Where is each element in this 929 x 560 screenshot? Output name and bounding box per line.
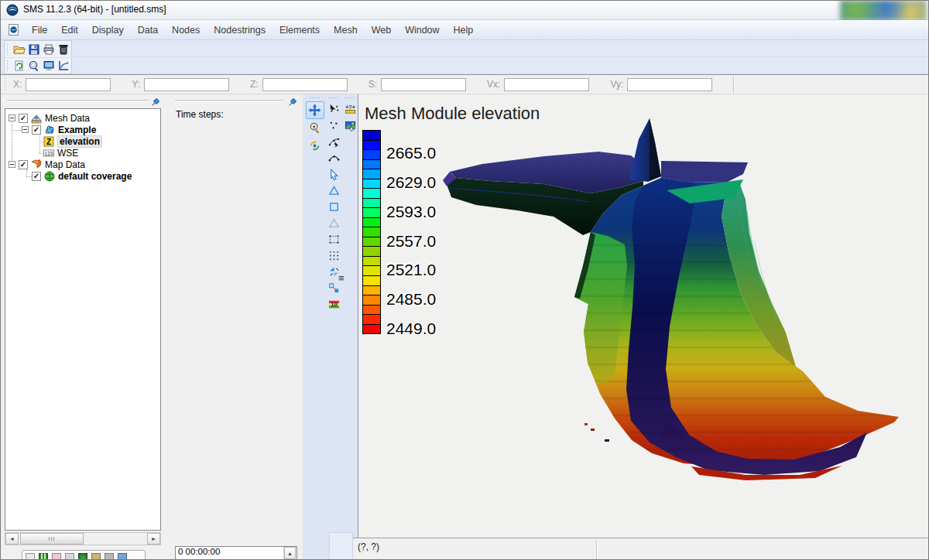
tree-checkbox[interactable]: ✓ [32, 125, 41, 135]
tree-item-label: Mesh Data [45, 113, 90, 124]
tree-expand-toggle[interactable] [9, 161, 15, 168]
print-button[interactable] [41, 42, 56, 56]
tree-panel-grip[interactable] [7, 100, 148, 102]
scroll-right-button[interactable]: ► [147, 533, 160, 545]
menu-nodestrings[interactable]: Nodestrings [207, 22, 273, 39]
module-icon[interactable] [52, 553, 61, 560]
legend-color-segment [363, 256, 380, 266]
x-field[interactable] [26, 78, 111, 91]
select-nodestring-tool-button[interactable] [326, 134, 341, 150]
misc-toolbar: +?+ [342, 94, 358, 134]
tree-item-default-coverage[interactable]: ✓default coverage [5, 170, 160, 182]
legend-color-segment [363, 227, 380, 237]
tree-item-map-data[interactable]: ✓Map Data [5, 159, 160, 170]
coordbar-divider [733, 77, 735, 92]
delete-button[interactable] [56, 42, 70, 56]
tree-expand-toggle[interactable] [22, 126, 29, 133]
scroll-up-button[interactable]: ▲ [284, 547, 296, 559]
save-button[interactable] [26, 42, 41, 56]
coord-label: X: [13, 79, 22, 90]
create-triangle-element-tool-button[interactable] [326, 183, 341, 199]
svg-text:+?+: +?+ [345, 104, 355, 110]
scroll-left-button[interactable]: ◄ [5, 533, 19, 545]
select-grid-tool-button[interactable] [326, 248, 341, 264]
tree-item-wse[interactable]: 123WSE [5, 147, 160, 159]
toolbar-grip[interactable] [327, 97, 340, 100]
z-dataset-icon: Z [43, 135, 55, 148]
legend-title: Mesh Module elevation [365, 104, 540, 124]
legend-color-segment [363, 314, 380, 324]
tree-item-example[interactable]: ✓Example [5, 124, 160, 135]
time-panel-grip[interactable] [175, 100, 283, 102]
module-icon[interactable] [26, 553, 35, 560]
mesh-example-icon [43, 124, 56, 136]
module-icon[interactable] [118, 553, 127, 560]
map-data-icon [30, 159, 43, 171]
select-mesh-node-tool-button[interactable] [326, 101, 341, 118]
tree-item-label: Example [58, 125, 96, 135]
rotate-tool-button[interactable] [306, 137, 324, 155]
y-field[interactable] [144, 78, 229, 91]
cursor-coordinates: (?, ?) [358, 541, 379, 552]
menu-web[interactable]: Web [365, 22, 398, 39]
time-step-item[interactable]: 0 00:00:00 [176, 547, 297, 558]
menu-display[interactable]: Display [85, 22, 131, 39]
open-button[interactable] [12, 42, 26, 56]
time-list-scrollbar: ▲ ▼ [283, 547, 297, 560]
menu-edit[interactable]: Edit [54, 22, 85, 39]
menu-nodes[interactable]: Nodes [165, 22, 207, 39]
svg-text:10: 10 [331, 301, 337, 308]
select-by-region-tool-button[interactable] [326, 231, 341, 248]
toolbar-grip[interactable] [309, 97, 321, 100]
toolbar-grip[interactable] [6, 60, 9, 72]
module-icon[interactable] [78, 553, 87, 560]
tree-checkbox[interactable]: ✓ [19, 114, 28, 123]
toolbar-grip[interactable] [344, 97, 356, 100]
menu-window[interactable]: Window [398, 22, 446, 39]
refresh-button[interactable] [12, 59, 26, 73]
app-icon [6, 4, 19, 16]
module-icon[interactable] [65, 553, 74, 560]
vx-field[interactable] [504, 78, 589, 91]
tree-expand-toggle[interactable] [9, 114, 15, 121]
tree-checkbox[interactable]: ✓ [32, 172, 41, 181]
measure-tool-button[interactable]: +?+ [342, 101, 358, 118]
create-element-disabled-tool-button[interactable] [326, 215, 341, 231]
toolbar-grip[interactable] [6, 43, 9, 56]
menu-file[interactable]: File [25, 22, 54, 39]
toolbar-overflow-button[interactable]: ≡ [338, 272, 345, 284]
frame-image-button[interactable] [26, 59, 41, 73]
legend-value-label: 2557.0 [386, 232, 436, 251]
menu-mesh[interactable]: Mesh [327, 22, 365, 39]
tree-checkbox[interactable]: ✓ [19, 160, 28, 169]
svg-text:123: 123 [45, 150, 53, 155]
menu-elements[interactable]: Elements [273, 22, 327, 39]
graphics-viewport[interactable]: Mesh Module elevation 2665.02629.02593.0… [358, 94, 929, 538]
contour-options-tool-button[interactable]: 10 [326, 296, 341, 312]
module-icon[interactable] [39, 553, 48, 560]
coordbar-grip[interactable] [4, 77, 7, 91]
time-panel-pin-icon[interactable] [288, 96, 298, 106]
tree-item-mesh-data[interactable]: ✓Mesh Data [5, 112, 160, 124]
pan-tool-button[interactable] [306, 101, 324, 119]
menu-help[interactable]: Help [447, 22, 481, 39]
s-field[interactable] [381, 78, 466, 91]
screen-capture-button[interactable] [41, 59, 56, 73]
create-nodestring-tool-button[interactable] [326, 150, 341, 166]
coord-label: Vy: [610, 79, 623, 90]
vy-field[interactable] [627, 78, 712, 91]
create-mesh-node-tool-button[interactable] [326, 118, 341, 134]
plot-wizard-button[interactable] [56, 59, 70, 73]
module-icon[interactable] [105, 553, 114, 560]
select-element-tool-button[interactable] [326, 166, 341, 183]
create-quad-element-tool-button[interactable] [326, 199, 341, 215]
scrollbar-thumb[interactable]: III [20, 533, 84, 545]
module-icon[interactable] [91, 553, 101, 560]
display-options-tool-button[interactable] [342, 118, 358, 134]
statusbar-divider [596, 540, 598, 559]
tree-panel-pin-icon[interactable] [151, 96, 161, 106]
z-field[interactable] [262, 78, 348, 91]
zoom-tool-button[interactable]: ± [306, 119, 324, 137]
menu-data[interactable]: Data [131, 22, 165, 39]
tree-item-elevation[interactable]: Zelevation [5, 135, 160, 147]
